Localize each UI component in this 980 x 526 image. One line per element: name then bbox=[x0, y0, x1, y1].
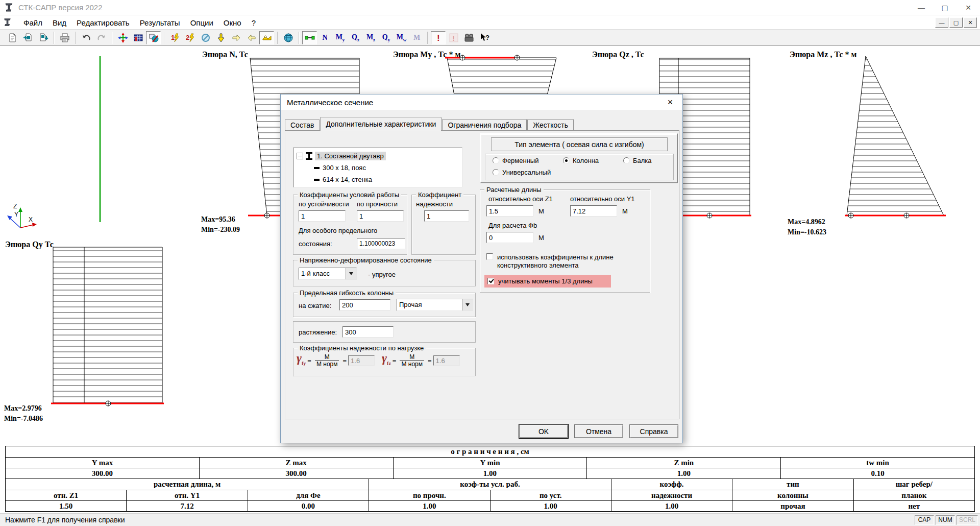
tree-collapse-icon[interactable] bbox=[297, 153, 303, 159]
results-factors2-button[interactable]: ! bbox=[446, 31, 461, 44]
column-type-value: Прочая bbox=[397, 299, 462, 310]
axes-button[interactable] bbox=[115, 31, 130, 44]
caps-indicator: CAP bbox=[915, 515, 934, 525]
tree-child-item[interactable]: 300 x 18, пояс bbox=[297, 162, 462, 174]
y1-length-input[interactable] bbox=[570, 205, 617, 217]
radio-icon bbox=[493, 169, 499, 176]
tab-dop-characteristics[interactable]: Дополнительные характеристики bbox=[320, 117, 442, 131]
menu-options[interactable]: Опции bbox=[185, 17, 218, 28]
force-m-button[interactable]: M bbox=[409, 31, 424, 44]
results-factors-button[interactable]: ! bbox=[431, 31, 446, 44]
close-icon[interactable]: ✕ bbox=[957, 0, 980, 15]
new-file-icon bbox=[8, 33, 18, 43]
dialog-tabs: Состав Дополнительные характеристики Огр… bbox=[285, 117, 574, 131]
radio-beam[interactable]: Балка bbox=[623, 157, 652, 164]
new-file-button[interactable] bbox=[5, 31, 20, 44]
arrow-right-button[interactable] bbox=[229, 31, 243, 44]
menu-view[interactable]: Вид bbox=[47, 17, 71, 28]
stability-input[interactable] bbox=[299, 210, 346, 222]
open-model-button[interactable] bbox=[20, 31, 35, 44]
axes-triad: Z Y X bbox=[7, 203, 37, 228]
load-case-1-button[interactable]: 1 bbox=[167, 31, 182, 44]
column-type-combo[interactable]: Прочая bbox=[397, 299, 473, 311]
tab-podbor-limits[interactable]: Ограничения подбора bbox=[442, 119, 527, 131]
special-state-input[interactable] bbox=[357, 238, 405, 249]
arrow-down-button[interactable] bbox=[213, 31, 228, 44]
element-diagram-button[interactable] bbox=[302, 31, 317, 44]
element-info-button[interactable] bbox=[146, 31, 161, 44]
tension-input[interactable] bbox=[342, 326, 394, 338]
limits-value-cell: 0.10 bbox=[781, 468, 975, 479]
radio-universal[interactable]: Универсальный bbox=[493, 169, 551, 176]
checkbox-icon[interactable] bbox=[486, 253, 493, 260]
no-loads-button[interactable] bbox=[198, 31, 213, 44]
chevron-down-icon[interactable] bbox=[346, 268, 356, 279]
menu-results[interactable]: Результаты bbox=[135, 17, 185, 28]
force-qy-button[interactable]: Qy bbox=[379, 31, 394, 44]
arrow-down-icon bbox=[216, 33, 226, 43]
undo-button[interactable] bbox=[79, 31, 93, 44]
strength-input[interactable] bbox=[357, 210, 404, 222]
radio-column[interactable]: Колонна bbox=[563, 157, 599, 164]
save-model-button[interactable] bbox=[36, 31, 51, 44]
zoom-globe-button[interactable] bbox=[281, 31, 296, 44]
force-qz-button[interactable]: Qz bbox=[348, 31, 363, 44]
maximize-icon[interactable]: ▢ bbox=[933, 0, 957, 15]
mdi-restore-icon[interactable]: ▢ bbox=[949, 17, 963, 28]
node-marker bbox=[106, 401, 111, 406]
menu-help[interactable]: ? bbox=[247, 17, 261, 28]
gamma-fz-symbol: γfz bbox=[382, 352, 391, 369]
tree-root-label: 1. Составной двутавр bbox=[315, 152, 386, 160]
gamma-fz-input[interactable] bbox=[433, 355, 460, 366]
minimize-icon[interactable]: — bbox=[910, 0, 933, 15]
z1-length-input[interactable] bbox=[486, 205, 533, 217]
diagram-qy-max: Max=2.9796 bbox=[4, 404, 42, 413]
checkbox-checked-icon[interactable] bbox=[487, 278, 494, 284]
force-my-button[interactable]: My bbox=[333, 31, 348, 44]
chevron-down-icon[interactable] bbox=[462, 299, 473, 310]
dialog-title-bar[interactable]: Металлическое сечение × bbox=[281, 94, 682, 110]
menu-window[interactable]: Окно bbox=[218, 17, 247, 28]
tab-sostav[interactable]: Состав bbox=[285, 119, 320, 131]
redo-button[interactable] bbox=[94, 31, 109, 44]
mdi-minimize-icon[interactable]: — bbox=[935, 17, 948, 28]
toolbar-separator bbox=[299, 32, 300, 44]
help-button[interactable]: Справка bbox=[629, 424, 678, 438]
mdi-close-icon[interactable]: ✕ bbox=[964, 17, 977, 28]
arrow-left-button[interactable] bbox=[244, 31, 259, 44]
snapshot-button[interactable] bbox=[461, 31, 476, 44]
length-coef-checkbox[interactable]: использовать коэффициенты к длинеконстру… bbox=[486, 253, 614, 270]
cancel-button[interactable]: Отмена bbox=[574, 424, 623, 438]
section-tree[interactable]: 1. Составной двутавр 300 x 18, пояс 614 … bbox=[293, 148, 462, 187]
dialog-close-icon[interactable]: × bbox=[663, 96, 677, 108]
tree-root-item[interactable]: 1. Составной двутавр bbox=[297, 150, 462, 162]
force-mw-button[interactable]: Mw bbox=[394, 31, 409, 44]
fb-input[interactable] bbox=[486, 232, 533, 243]
globe-icon bbox=[283, 33, 293, 43]
app-window: СТК-САПР версия 2022 — ▢ ✕ Файл Вид Реда… bbox=[0, 0, 980, 526]
reliability-input[interactable] bbox=[424, 210, 469, 222]
load-case-2-button[interactable]: 2 bbox=[183, 31, 198, 44]
radio-truss[interactable]: Ферменный bbox=[493, 157, 538, 164]
load-factors-formula: γfy = ММ норм = γfz = ММ норм = bbox=[297, 352, 460, 369]
fragment-button[interactable] bbox=[259, 31, 274, 44]
menu-file[interactable]: Файл bbox=[18, 17, 47, 28]
tension-label: растяжение: bbox=[299, 328, 337, 336]
group-header-cell: коэф-ты усл. раб. bbox=[369, 479, 611, 490]
gamma-fy-input[interactable] bbox=[348, 355, 375, 366]
tree-child-item[interactable]: 614 x 14, стенка bbox=[297, 174, 462, 185]
stress-class-combo[interactable]: 1-й класс bbox=[299, 268, 357, 280]
undo-icon bbox=[81, 33, 91, 43]
no-loads-icon bbox=[201, 33, 211, 43]
tab-stiffness[interactable]: Жесткость bbox=[527, 119, 574, 131]
menu-edit[interactable]: Редактировать bbox=[71, 17, 135, 28]
force-n-button[interactable]: N bbox=[317, 31, 332, 44]
ok-button[interactable]: OK bbox=[519, 424, 568, 438]
force-mz-button[interactable]: Mz bbox=[363, 31, 378, 44]
context-help-button[interactable]: ? bbox=[477, 31, 492, 44]
sub-header-cell: для Фе bbox=[248, 490, 369, 501]
compression-input[interactable] bbox=[339, 299, 390, 310]
table-chart-button[interactable] bbox=[131, 31, 145, 44]
moments-third-checkbox[interactable]: учитывать моменты 1/3 длины bbox=[484, 275, 611, 288]
print-button[interactable] bbox=[57, 31, 72, 44]
